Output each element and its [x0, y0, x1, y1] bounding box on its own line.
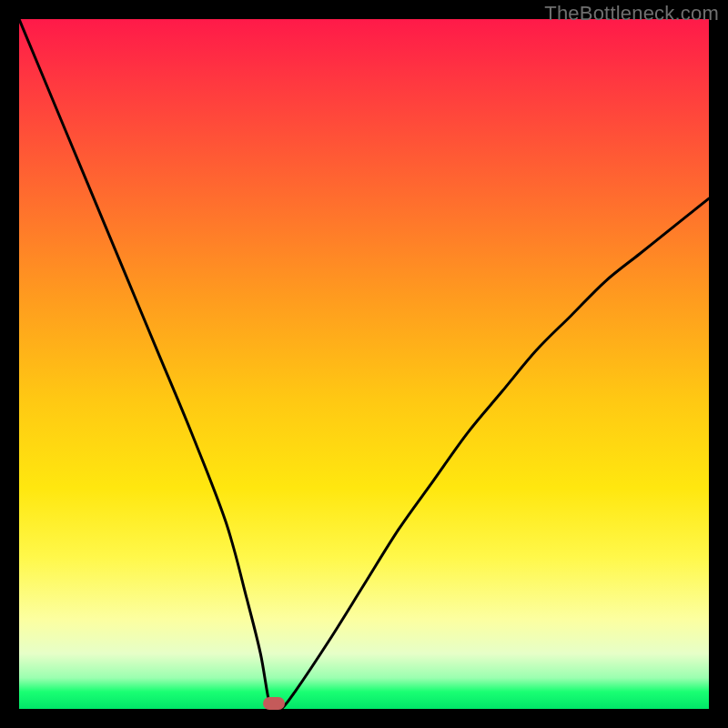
watermark-text: TheBottleneck.com: [544, 2, 719, 25]
bottleneck-curve: [19, 19, 709, 709]
optimal-marker: [263, 697, 285, 710]
plot-area: [19, 19, 709, 709]
